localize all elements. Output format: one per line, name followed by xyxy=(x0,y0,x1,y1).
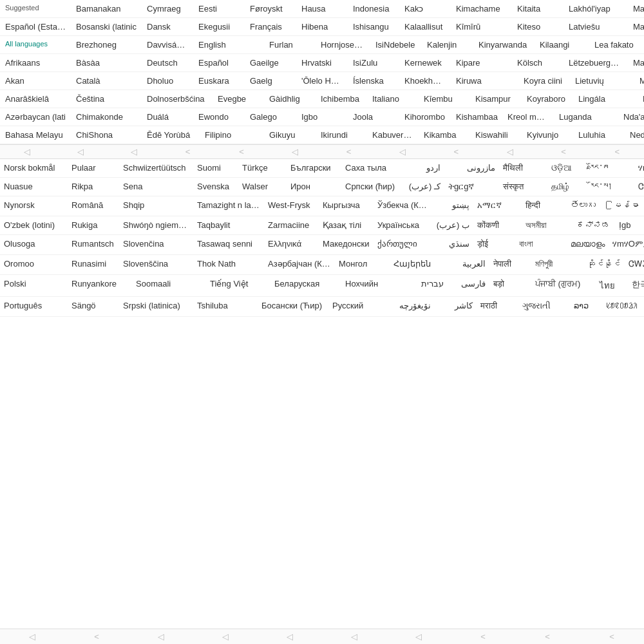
hornjoserbscina[interactable]: Hornjoserbšćina xyxy=(316,36,370,53)
sena[interactable]: Sena xyxy=(119,178,193,196)
kalenjin[interactable]: Kalenjin xyxy=(422,36,473,53)
arabic[interactable]: العربية xyxy=(448,255,489,274)
anaraskiela[interactable]: Anarâškielâ xyxy=(0,90,71,108)
urdu[interactable]: اردو xyxy=(399,159,444,177)
lietuviu[interactable]: Lietuvių xyxy=(570,72,634,90)
bodo[interactable]: बड़ो xyxy=(489,275,531,296)
azerbaycan[interactable]: Azərbaycan (lati xyxy=(0,108,71,126)
hrvatski[interactable]: Hrvatski xyxy=(296,54,348,71)
dansk[interactable]: Dansk xyxy=(142,18,193,35)
kipare[interactable]: Kipare xyxy=(451,54,512,71)
korean2[interactable]: 한국어 xyxy=(628,275,644,296)
malayalam[interactable]: മലയാളം xyxy=(567,235,609,254)
ichibemba[interactable]: Ichibemba xyxy=(316,90,367,108)
catala[interactable]: Català xyxy=(71,72,142,90)
shwong[interactable]: Shwóŋò ngiembɔɔn xyxy=(119,216,193,234)
bottom-arrow-8[interactable]: < xyxy=(451,632,515,641)
kiruwa[interactable]: Kiruwa xyxy=(451,72,518,90)
kreol-morisien[interactable]: Kreol morisien xyxy=(502,108,554,126)
gaeilge[interactable]: Gaeilge xyxy=(245,54,296,71)
marathi[interactable]: मराठी xyxy=(477,297,518,316)
cestina[interactable]: Čeština xyxy=(71,90,142,108)
manipuri[interactable]: মণিপুরী xyxy=(531,255,583,274)
espanol2[interactable]: Español xyxy=(193,54,245,71)
dholuo[interactable]: Dholuo xyxy=(142,72,193,90)
sango[interactable]: Sängö xyxy=(68,297,119,316)
tieng-viet[interactable]: Tiếng Việt xyxy=(206,275,270,296)
kitaita[interactable]: Kitaita xyxy=(512,0,564,17)
kilaangi[interactable]: Kilaangi xyxy=(535,36,589,53)
isizulu[interactable]: IsiZulu xyxy=(348,54,399,71)
eesti[interactable]: Eesti xyxy=(193,0,245,17)
arrow-1[interactable]: ◁ xyxy=(0,147,53,156)
ede-yoruba[interactable]: Ēdē Yorùbá xyxy=(142,126,200,144)
kalaallisut[interactable]: Kalaallisut xyxy=(399,18,451,35)
foroyskt[interactable]: Føroyskt xyxy=(245,0,296,17)
telugu[interactable]: తెలుగు xyxy=(567,196,609,216)
slovencina2[interactable]: Slovenščina xyxy=(119,255,193,274)
gaelg[interactable]: Gaelg xyxy=(245,72,296,90)
nynorsk[interactable]: Nynorsk xyxy=(0,196,68,216)
tamazight[interactable]: Tamazight n laɣrεb xyxy=(193,196,264,216)
rukiga[interactable]: Rukiga xyxy=(68,216,119,234)
kinyarwanda[interactable]: Kinyarwanda xyxy=(473,36,535,53)
ozbek[interactable]: O'zbek (lotini) xyxy=(0,216,68,234)
georgian[interactable]: ქართული xyxy=(374,235,431,254)
arrow-3[interactable]: ◁ xyxy=(108,147,161,156)
hindi[interactable]: हिन्दी xyxy=(522,196,567,216)
svenska[interactable]: Svenska xyxy=(193,178,238,196)
ndaa[interactable]: Nda'a xyxy=(618,108,644,126)
lea-fakato[interactable]: Lea fakato xyxy=(589,36,644,53)
konkani[interactable]: कोंकणी xyxy=(473,216,522,234)
kyivunjo[interactable]: Kyivunjo xyxy=(522,126,573,144)
arrow-2[interactable]: ◁ xyxy=(53,147,107,156)
tasawaq[interactable]: Tasawaq senni xyxy=(193,235,264,254)
arrow-7[interactable]: < xyxy=(322,147,375,156)
dogri[interactable]: ड़ोई xyxy=(473,235,515,254)
sanskrit[interactable]: संस्कृत xyxy=(499,178,547,196)
ekegusii[interactable]: Ekegusii xyxy=(193,18,245,35)
portugues[interactable]: Português xyxy=(0,297,68,316)
bosanski[interactable]: Bosanski (latinic xyxy=(71,18,142,35)
bottom-arrow-2[interactable]: < xyxy=(64,632,129,641)
nederlands[interactable]: Nederlands xyxy=(625,126,644,144)
macedonian[interactable]: Македонски xyxy=(319,235,374,254)
pashto[interactable]: پښتو xyxy=(431,196,473,216)
kiteso[interactable]: Kiteso xyxy=(512,18,564,35)
turkce[interactable]: Türkçe xyxy=(238,159,287,177)
cherokee3[interactable]: ᏣᎳᎩ xyxy=(625,255,644,274)
walser[interactable]: Walser xyxy=(238,178,287,196)
bahasa-melayu[interactable]: Bahasa Melayu xyxy=(0,126,71,144)
latviesu[interactable]: Latviešu xyxy=(564,18,628,35)
sinhala[interactable]: ဆိုင်နိုင် xyxy=(583,255,625,274)
evegbe[interactable]: Evegbe xyxy=(213,90,264,108)
rikpa[interactable]: Rikpa xyxy=(68,178,119,196)
espanol[interactable]: Español (Estado xyxy=(0,18,71,35)
oromoo[interactable]: Oromoo xyxy=(0,255,68,274)
indonesia[interactable]: Indonesia xyxy=(348,0,399,17)
lao[interactable]: ລາວ xyxy=(570,297,602,316)
ewondo[interactable]: Ewondo xyxy=(193,108,245,126)
arrow-4[interactable]: < xyxy=(161,147,214,156)
kashmiri[interactable]: کاشر xyxy=(435,297,477,316)
kako[interactable]: Kakɔ xyxy=(399,0,451,17)
thai[interactable]: ไทย xyxy=(596,275,628,296)
kiembu[interactable]: Kīembu xyxy=(419,90,470,108)
khoekhoegowab[interactable]: Khoekhoegowab xyxy=(399,72,451,90)
suomi[interactable]: Suomi xyxy=(193,159,238,177)
kimachame[interactable]: Kimachame xyxy=(451,0,512,17)
francais[interactable]: Français xyxy=(245,18,296,35)
kabuverdianu[interactable]: Kabuverdia xyxy=(367,126,419,144)
luluhia[interactable]: Luluhia xyxy=(573,126,625,144)
kikamba[interactable]: Kikamba xyxy=(419,126,470,144)
arrow-6[interactable]: ◁ xyxy=(269,147,322,156)
arrow-10[interactable]: ◁ xyxy=(483,147,536,156)
azerbaycan-kir[interactable]: Азәрбајчан (Кир) xyxy=(264,255,335,274)
malti[interactable]: Malti xyxy=(634,72,644,90)
sindhi2[interactable]: سنڌي xyxy=(431,235,473,254)
uyghur[interactable]: نۆیغۆرچە xyxy=(383,297,435,316)
runasimi[interactable]: Runasimi xyxy=(68,255,119,274)
arrow-8[interactable]: ◁ xyxy=(375,147,429,156)
cherokee2[interactable]: ሃmሃOምፓ xyxy=(609,235,644,254)
polski[interactable]: Polski xyxy=(0,275,68,296)
